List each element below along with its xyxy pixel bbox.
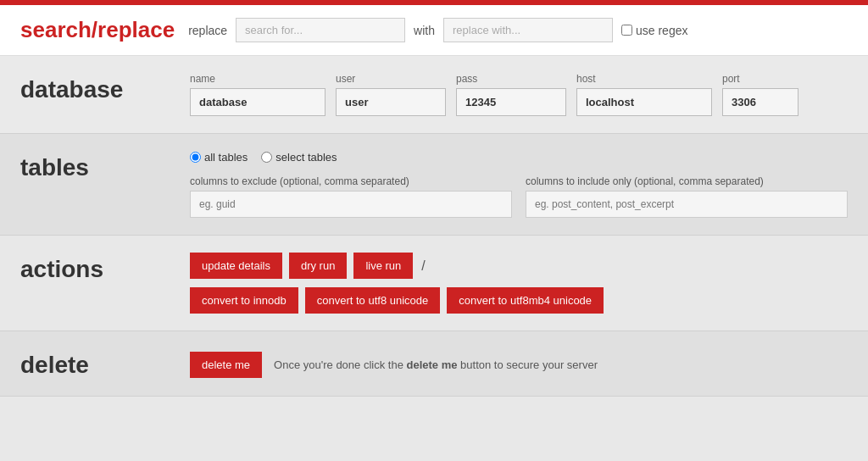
db-port-input[interactable] — [722, 88, 798, 116]
include-input[interactable] — [526, 191, 848, 218]
delete-me-button[interactable]: delete me — [190, 352, 262, 378]
exclude-label: columns to exclude (optional, comma sepa… — [190, 175, 512, 187]
database-content: name user pass host port — [190, 73, 848, 116]
include-label: columns to include only (optional, comma… — [526, 175, 848, 187]
radio-select-tables-label[interactable]: select tables — [261, 151, 337, 164]
title-replace: replace — [97, 17, 175, 42]
delete-label: delete — [20, 348, 190, 379]
actions-row-1: update details dry run live run / — [190, 253, 848, 279]
search-input[interactable] — [236, 18, 405, 42]
title-search: search — [20, 17, 92, 42]
database-label: database — [20, 73, 190, 103]
db-pass-field: pass — [456, 73, 566, 116]
exclude-input[interactable] — [190, 191, 512, 218]
use-regex-text: use regex — [636, 24, 687, 37]
db-name-input[interactable] — [190, 88, 326, 116]
radio-all-tables-text: all tables — [204, 151, 248, 164]
convert-utf8-button[interactable]: convert to utf8 unicode — [305, 287, 441, 314]
slash-separator: / — [421, 258, 425, 274]
delete-message: Once you're done click the delete me but… — [274, 358, 598, 371]
db-port-field: port — [722, 73, 798, 116]
database-section: database name user pass host — [0, 56, 868, 134]
title-slash: / — [92, 17, 97, 42]
actions-label: actions — [20, 253, 190, 283]
header-section: search/replace replace with use regex — [0, 5, 868, 56]
main-content: database name user pass host — [0, 56, 868, 397]
actions-content: update details dry run live run / conver… — [190, 253, 848, 314]
update-details-button[interactable]: update details — [190, 253, 282, 279]
db-host-input[interactable] — [576, 88, 712, 116]
db-name-label: name — [190, 73, 326, 85]
exclude-column-field: columns to exclude (optional, comma sepa… — [190, 175, 512, 218]
radio-all-tables[interactable] — [190, 152, 201, 163]
with-label: with — [414, 24, 435, 37]
header-controls: replace with use regex — [188, 18, 848, 42]
tables-section: tables all tables select tables columns … — [0, 134, 868, 236]
delete-content: delete me Once you're done click the del… — [190, 348, 848, 378]
db-user-field: user — [336, 73, 446, 116]
db-host-field: host — [576, 73, 712, 116]
dry-run-button[interactable]: dry run — [289, 253, 347, 279]
radio-select-tables[interactable] — [261, 152, 272, 163]
actions-row-2: convert to innodb convert to utf8 unicod… — [190, 287, 848, 314]
db-port-label: port — [722, 73, 798, 85]
use-regex-checkbox[interactable] — [621, 25, 632, 36]
use-regex-label[interactable]: use regex — [621, 24, 687, 37]
delete-section: delete delete me Once you're done click … — [0, 331, 868, 397]
tables-label: tables — [20, 151, 190, 181]
db-pass-input[interactable] — [456, 88, 566, 116]
live-run-button[interactable]: live run — [353, 253, 413, 279]
radio-all-tables-label[interactable]: all tables — [190, 151, 248, 164]
delete-inner: delete me Once you're done click the del… — [190, 348, 848, 378]
db-user-input[interactable] — [336, 88, 446, 116]
radio-select-tables-text: select tables — [275, 151, 337, 164]
delete-msg-bold: delete me — [407, 358, 458, 371]
db-user-label: user — [336, 73, 446, 85]
db-pass-label: pass — [456, 73, 566, 85]
app-title: search/replace — [20, 17, 175, 43]
include-column-field: columns to include only (optional, comma… — [526, 175, 848, 218]
replace-label: replace — [188, 24, 227, 37]
columns-row: columns to exclude (optional, comma sepa… — [190, 175, 848, 218]
db-host-label: host — [576, 73, 712, 85]
convert-utf8mb4-button[interactable]: convert to utf8mb4 unicode — [447, 287, 604, 314]
delete-msg-after: button to secure your server — [457, 358, 597, 371]
db-name-field: name — [190, 73, 326, 116]
tables-options: all tables select tables — [190, 151, 848, 164]
convert-innodb-button[interactable]: convert to innodb — [190, 287, 298, 314]
db-fields: name user pass host port — [190, 73, 848, 116]
delete-msg-before: Once you're done click the — [274, 358, 406, 371]
replace-input[interactable] — [443, 18, 613, 42]
tables-content: all tables select tables columns to excl… — [190, 151, 848, 218]
actions-buttons: update details dry run live run / conver… — [190, 253, 848, 314]
actions-section: actions update details dry run live run … — [0, 236, 868, 331]
